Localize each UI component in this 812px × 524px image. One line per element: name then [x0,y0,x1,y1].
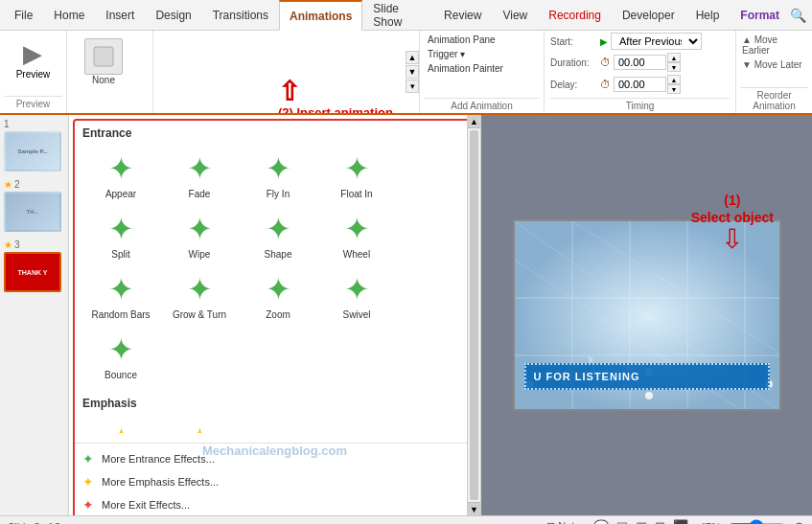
more-entrance-label: More Entrance Effects... [102,453,215,465]
delay-row: Delay: ⏱ ▲ ▼ [550,75,730,94]
duration-up[interactable]: ▲ [667,53,681,62]
animation-wipe[interactable]: ✦ Wipe [161,206,238,264]
gallery-scroll-down[interactable]: ▼ [468,502,480,515]
animation-fade[interactable]: ✦ Fade [161,146,238,204]
tab-review[interactable]: Review [433,0,492,30]
none-label: None [92,75,115,85]
animation-fly-in[interactable]: ✦ Fly In [240,146,316,204]
tab-recording[interactable]: Recording [538,0,612,30]
scroll-down-button[interactable]: ▼ [406,65,419,79]
main-area: 1 Sample P... ★2 TH... ★3 THANK Y [0,115,812,515]
tab-design[interactable]: Design [145,0,201,30]
reading-view-icon[interactable]: ⊞ [655,519,665,524]
emphasis-title: Emphasis [82,397,467,410]
scroll-expand-button[interactable]: ▾ [406,80,419,93]
animation-random-bars[interactable]: ✦ Random Bars [82,266,159,325]
svg-point-14 [645,392,653,399]
duration-input[interactable] [614,55,666,70]
move-earlier-button[interactable]: ▲ Move Earlier [740,33,808,57]
animation-pane-button[interactable]: Animation Pane [424,33,540,47]
notes-button[interactable]: ⊟ Notes [546,520,586,524]
delay-spinner: ▲ ▼ [667,75,681,94]
preview-button[interactable]: ▶ Preview [10,34,58,84]
duration-down[interactable]: ▼ [667,62,681,72]
tab-help[interactable]: Help [685,0,731,30]
delay-label: Delay: [550,80,600,90]
emphasis-section: Emphasis ✦ ✦ [75,395,475,439]
split-label: Split [111,249,129,260]
delay-input[interactable] [614,77,666,92]
status-bar: Slide 3 of 3 ⊟ Notes 💬 ▤ ▦ ⊞ ⬛ 47% ⊕ [0,515,812,524]
animation-float-in[interactable]: ✦ Float In [318,146,395,204]
start-label: Start: [550,36,600,47]
slide-2-thumb[interactable]: ★2 TH... [4,179,64,232]
gallery-divider-1 [75,443,475,444]
animation-shape[interactable]: ✦ Shape [240,206,316,264]
tab-animations[interactable]: Animations [279,0,362,31]
move-later-button[interactable]: ▼ Move Later [740,57,808,72]
tab-view[interactable]: View [492,0,538,30]
emphasis-item-2[interactable]: ✦ [161,416,238,433]
scroll-up-button[interactable]: ▲ [406,51,419,64]
tab-format[interactable]: Format [730,0,790,30]
ribbon: ▶ Preview Preview None ⇧ (2) Insert anim… [0,31,812,115]
more-entrance-effects[interactable]: ✦ More Entrance Effects... [75,447,475,470]
zoom-fit-icon[interactable]: ⊕ [794,519,804,524]
tab-slideshow[interactable]: Slide Show [362,0,433,30]
animation-wheel[interactable]: ✦ Wheel [318,206,395,264]
none-item[interactable]: None [75,38,132,85]
more-emphasis-effects[interactable]: ✦ More Emphasis Effects... [75,470,475,493]
entrance-grid: ✦ Appear ✦ Fade ✦ Fly In ✦ [82,146,467,385]
ribbon-scroll-controls: ▲ ▼ ▾ [404,31,419,113]
animation-grow-turn[interactable]: ✦ Grow & Turn [161,266,238,325]
zoom-slider[interactable] [729,519,786,525]
wheel-label: Wheel [343,249,370,260]
slide-3-thumb[interactable]: ★3 THANK Y [4,239,64,292]
slideshow-icon[interactable]: ⬛ [673,519,688,524]
bounce-label: Bounce [104,370,137,380]
tab-developer[interactable]: Developer [612,0,685,30]
animation-grid: ⇧ (2) Insert animation ▲ ▼ ▾ [153,31,419,113]
slide-3-image[interactable]: THANK Y [4,252,61,292]
search-icon[interactable]: 🔍 [790,8,806,23]
animation-appear[interactable]: ✦ Appear [82,146,159,204]
animation-painter-button[interactable]: Animation Painter [424,61,540,76]
preview-icon: ▶ [23,39,42,69]
fly-in-icon: ✦ [266,150,291,187]
delay-up[interactable]: ▲ [667,75,681,84]
trigger-button[interactable]: Trigger ▾ [424,47,540,61]
animation-split[interactable]: ✦ Split [82,206,159,264]
tab-home[interactable]: Home [43,0,95,30]
slide-2-star: ★ [4,179,12,190]
slide-2-image[interactable]: TH... [4,192,61,232]
slide-2-number: ★2 [4,179,64,190]
animation-bounce[interactable]: ✦ Bounce [82,327,159,385]
more-exit-effects[interactable]: ✦ More Exit Effects... [75,493,475,515]
tab-file[interactable]: File [4,0,43,30]
zoom-level: 47% [700,521,721,525]
float-in-icon: ✦ [344,150,370,187]
emphasis-item-1[interactable]: ✦ [82,416,159,433]
tab-transitions[interactable]: Transitions [202,0,279,30]
normal-view-icon[interactable]: ▤ [616,519,628,524]
gallery-scroll-thumb[interactable] [470,130,478,500]
slide-1-thumb[interactable]: 1 Sample P... [4,119,64,171]
slide-sorter-icon[interactable]: ▦ [636,519,647,524]
animation-swivel[interactable]: ✦ Swivel [318,266,395,325]
duration-spinner: ▲ ▼ [667,53,681,72]
comments-icon[interactable]: 💬 [593,519,609,524]
tab-insert[interactable]: Insert [95,0,145,30]
slide-3-star: ★ [4,239,12,250]
start-dropdown[interactable]: After Previous On Click With Previous [611,33,702,50]
svg-rect-0 [94,47,113,66]
gallery-scroll: Entrance ✦ Appear ✦ Fade ✦ [69,115,480,515]
animation-zoom[interactable]: ✦ Zoom [240,266,316,325]
bounce-icon: ✦ [108,331,134,368]
slide-1-image[interactable]: Sample P... [4,131,61,171]
duration-row: Duration: ⏱ ▲ ▼ [550,53,730,72]
status-bar-right: ⊟ Notes 💬 ▤ ▦ ⊞ ⬛ 47% ⊕ [546,519,804,525]
more-emphasis-icon: ✦ [82,474,94,490]
add-animation-label: Add Animation [424,98,540,111]
delay-down[interactable]: ▼ [667,84,681,94]
gallery-scroll-up[interactable]: ▲ [468,115,480,128]
